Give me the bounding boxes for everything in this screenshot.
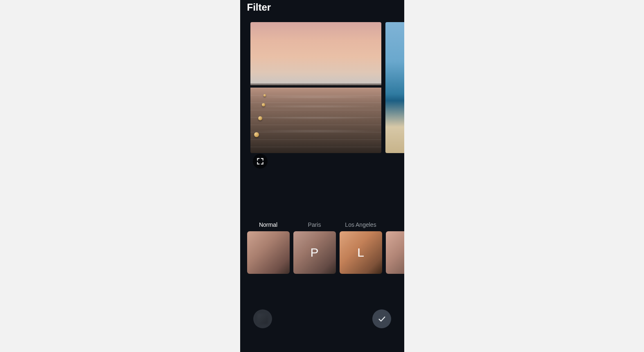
filter-option-los-angeles[interactable]: Los Angeles L xyxy=(340,221,382,274)
filter-option-next[interactable]: F xyxy=(386,221,404,274)
filter-letter: P xyxy=(310,246,318,259)
bottom-toolbar xyxy=(240,309,404,328)
cancel-button[interactable] xyxy=(253,309,272,328)
filter-thumbnail: L xyxy=(340,231,382,274)
preview-carousel[interactable] xyxy=(240,18,404,153)
checkmark-icon xyxy=(377,314,386,323)
filter-editor-screen: Filter Normal Paris xyxy=(240,0,404,352)
preview-image-main[interactable] xyxy=(250,22,381,153)
page-title: Filter xyxy=(247,2,397,13)
expand-icon xyxy=(256,157,264,165)
filter-label: Los Angeles xyxy=(345,221,376,229)
filter-thumbnail: P xyxy=(293,231,336,274)
filter-label: Paris xyxy=(308,221,321,229)
expand-button[interactable] xyxy=(253,154,268,169)
confirm-button[interactable] xyxy=(372,309,391,328)
header: Filter xyxy=(240,0,404,18)
filter-thumbnail xyxy=(386,231,404,274)
filter-label: Normal xyxy=(259,221,277,229)
filter-letter: L xyxy=(357,246,364,259)
filter-strip[interactable]: Normal Paris P Los Angeles L F xyxy=(240,221,404,274)
filter-option-paris[interactable]: Paris P xyxy=(293,221,336,274)
filter-thumbnail xyxy=(247,231,290,274)
preview-image-next[interactable] xyxy=(385,22,404,153)
filter-option-normal[interactable]: Normal xyxy=(247,221,290,274)
